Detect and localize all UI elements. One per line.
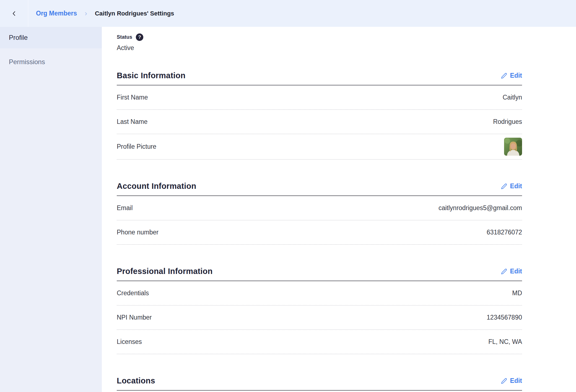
- field-label: Email: [117, 204, 133, 212]
- back-chevron-icon: [11, 10, 18, 17]
- field-row-phone-number: Phone number 6318276072: [117, 220, 522, 245]
- field-label: Credentials: [117, 289, 149, 297]
- edit-pencil-icon: [501, 378, 507, 384]
- field-label: Last Name: [117, 118, 147, 126]
- main-content: Status ? Active Basic Information Edit: [102, 27, 576, 392]
- section-professional-information: Professional Information Edit Credential…: [117, 267, 522, 354]
- edit-pencil-icon: [501, 183, 507, 189]
- field-value: 6318276072: [487, 229, 522, 236]
- field-value: MD: [512, 289, 522, 297]
- field-value: FL, NC, WA: [488, 338, 522, 346]
- section-title-professional-information: Professional Information: [117, 267, 212, 276]
- field-label: Phone number: [117, 229, 159, 236]
- section-title-account-information: Account Information: [117, 182, 196, 191]
- field-label: First Name: [117, 94, 148, 101]
- section-locations: Locations Edit: [117, 376, 522, 391]
- field-row-profile-picture: Profile Picture: [117, 134, 522, 160]
- back-button[interactable]: [0, 0, 28, 27]
- edit-account-information-button[interactable]: Edit: [501, 182, 522, 190]
- status-value: Active: [117, 44, 522, 52]
- edit-basic-information-button[interactable]: Edit: [501, 72, 522, 79]
- field-value: Rodrigues: [493, 118, 522, 126]
- edit-professional-information-button[interactable]: Edit: [501, 268, 522, 275]
- section-account-information: Account Information Edit Email caitlynro…: [117, 182, 522, 245]
- field-row-last-name: Last Name Rodrigues: [117, 110, 522, 134]
- field-row-first-name: First Name Caitlyn: [117, 85, 522, 110]
- field-label: Profile Picture: [117, 143, 156, 150]
- help-icon[interactable]: ?: [136, 33, 143, 41]
- field-row-email: Email caitlynrodrigues5@gmail.com: [117, 196, 522, 220]
- field-row-npi-number: NPI Number 1234567890: [117, 305, 522, 330]
- field-row-credentials: Credentials MD: [117, 281, 522, 305]
- breadcrumb-separator-icon: ›: [85, 10, 87, 17]
- breadcrumb: Org Members › Caitlyn Rodrigues' Setting…: [36, 10, 174, 17]
- sidebar-item-profile[interactable]: Profile: [0, 27, 102, 48]
- breadcrumb-org-members-link[interactable]: Org Members: [36, 10, 77, 17]
- edit-label: Edit: [510, 377, 522, 385]
- edit-label: Edit: [510, 182, 522, 190]
- field-value: caitlynrodrigues5@gmail.com: [439, 204, 522, 212]
- topbar: Org Members › Caitlyn Rodrigues' Setting…: [0, 0, 576, 27]
- field-value: Caitlyn: [503, 94, 522, 101]
- field-label: NPI Number: [117, 314, 152, 321]
- sidebar-item-permissions[interactable]: Permissions: [0, 51, 102, 73]
- edit-label: Edit: [510, 72, 522, 79]
- field-label: Licenses: [117, 338, 142, 346]
- app-window: Org Members › Caitlyn Rodrigues' Setting…: [0, 0, 576, 392]
- edit-pencil-icon: [501, 73, 507, 79]
- status-block: Status ? Active: [117, 33, 522, 52]
- edit-locations-button[interactable]: Edit: [501, 377, 522, 385]
- section-title-locations: Locations: [117, 376, 155, 385]
- status-label: Status: [117, 34, 132, 40]
- profile-picture-avatar: [504, 138, 522, 156]
- section-title-basic-information: Basic Information: [117, 71, 185, 80]
- edit-label: Edit: [510, 268, 522, 275]
- field-row-licenses: Licenses FL, NC, WA: [117, 330, 522, 354]
- sidebar: Profile Permissions: [0, 27, 102, 392]
- edit-pencil-icon: [501, 268, 507, 275]
- topbar-divider: [28, 0, 28, 27]
- section-basic-information: Basic Information Edit First Name Caitly…: [117, 71, 522, 160]
- page-title: Caitlyn Rodrigues' Settings: [95, 10, 174, 17]
- field-value: 1234567890: [487, 314, 522, 321]
